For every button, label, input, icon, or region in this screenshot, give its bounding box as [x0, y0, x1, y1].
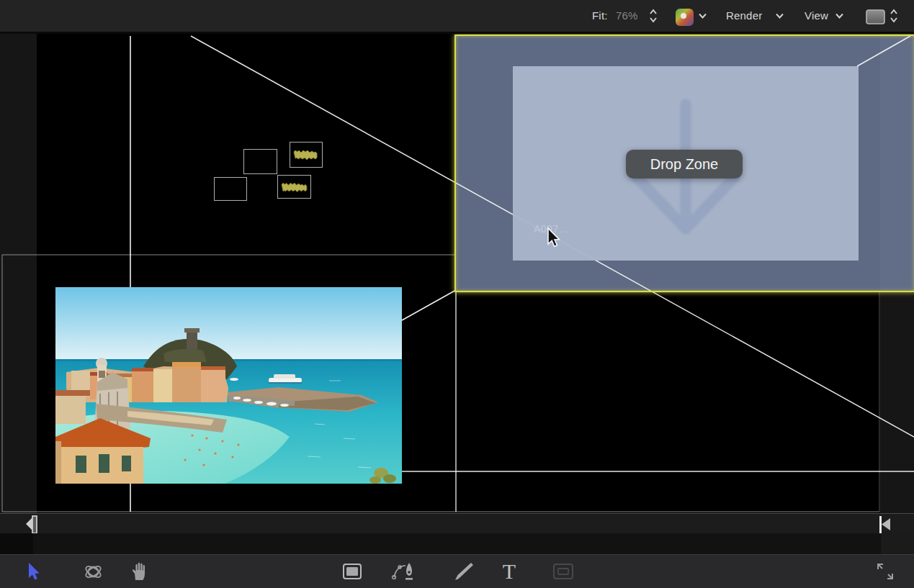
canvas-viewport[interactable]: A007… Drop Zone [0, 34, 914, 513]
pen-bezier-icon [391, 561, 417, 582]
expand-view-button[interactable] [873, 555, 897, 588]
top-toolbar: Fit: 76% Render View [0, 0, 914, 34]
orbit-3d-icon [84, 562, 103, 582]
rectangle-shape-icon [342, 563, 362, 580]
text-tool-glyph: T [503, 555, 516, 588]
play-range-in-marker[interactable] [24, 515, 39, 534]
view-menu[interactable]: View [805, 9, 828, 22]
zoom-stepper-icon[interactable] [649, 8, 658, 24]
play-range-out-marker[interactable] [877, 515, 892, 534]
frame-stepper-icon[interactable] [890, 8, 898, 24]
canvas-frame-icon[interactable] [866, 9, 885, 24]
text-scribble [279, 176, 309, 198]
chevron-down-icon[interactable] [835, 12, 844, 19]
timeline-scrubber[interactable] [0, 533, 914, 554]
drop-zone-tool[interactable] [552, 555, 575, 588]
chevron-down-icon[interactable] [775, 12, 784, 19]
zoom-value[interactable]: 76% [616, 9, 638, 22]
render-menu[interactable]: Render [726, 9, 762, 22]
rectangle-tool[interactable] [341, 555, 363, 588]
scrubber-trailing-area [881, 533, 914, 554]
text-tool[interactable]: T [499, 555, 519, 588]
diagonal-resize-icon [875, 561, 895, 582]
mouse-cursor-icon [545, 227, 561, 248]
timeline-marker-track[interactable] [0, 513, 914, 533]
chevron-down-icon[interactable] [698, 12, 707, 19]
bottom-toolbar: T [0, 554, 914, 588]
fit-label: Fit: [592, 9, 608, 22]
bezier-tool[interactable] [391, 555, 417, 588]
brush-stroke-icon [453, 561, 475, 582]
scrubber-leading-area [0, 533, 33, 554]
transform-3d-tool[interactable] [82, 555, 104, 588]
text-scribble [291, 143, 321, 166]
color-display-icon[interactable] [675, 8, 694, 27]
paint-stroke-tool[interactable] [452, 555, 475, 588]
mini-layer-box[interactable] [290, 142, 323, 168]
coastal-village-clip[interactable] [55, 287, 402, 484]
pan-hand-tool[interactable] [128, 555, 148, 588]
mini-layer-box[interactable] [243, 149, 277, 174]
hand-icon [130, 562, 147, 581]
pasteboard-left [0, 34, 37, 513]
drop-zone-shape-icon [552, 563, 574, 580]
drop-zone-selection-border [454, 35, 914, 292]
mini-layer-box[interactable] [277, 175, 311, 199]
mini-layer-box[interactable] [214, 177, 247, 201]
cursor-arrow-icon [27, 562, 40, 581]
select-tool[interactable] [24, 555, 42, 588]
